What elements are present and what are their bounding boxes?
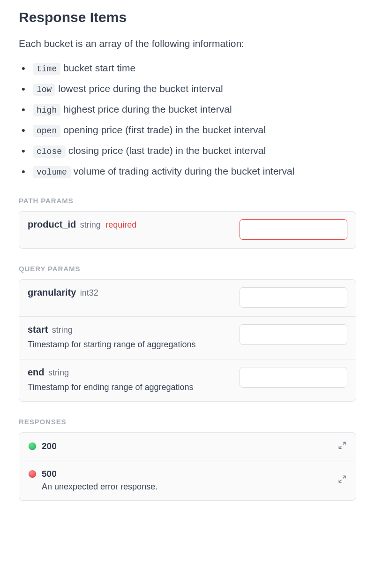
- page-title: Response Items: [19, 9, 356, 25]
- param-required-label: required: [105, 220, 136, 229]
- bullet-text: highest price during the bucket interval: [60, 104, 232, 115]
- list-item: volume volume of trading activity during…: [33, 164, 356, 179]
- intro-text: Each bucket is an array of the following…: [19, 37, 356, 50]
- expand-icon: [338, 441, 346, 451]
- query-params-label: QUERY PARAMS: [19, 265, 356, 273]
- granularity-input[interactable]: [240, 287, 347, 308]
- product-id-input[interactable]: [240, 219, 347, 240]
- list-item: time bucket start time: [33, 61, 356, 76]
- list-item: low lowest price during the bucket inter…: [33, 81, 356, 96]
- path-params-box: product_id string required: [19, 211, 356, 249]
- list-item: close closing price (last trade) in the …: [33, 143, 356, 158]
- param-info: start string Timestamp for starting rang…: [28, 324, 233, 350]
- code-token: low: [33, 84, 55, 96]
- param-info: product_id string required: [28, 219, 233, 230]
- bullet-list: time bucket start time low lowest price …: [19, 61, 356, 179]
- param-row-start: start string Timestamp for starting rang…: [19, 317, 356, 359]
- list-item: open opening price (first trade) in the …: [33, 122, 356, 137]
- list-item: high highest price during the bucket int…: [33, 102, 356, 117]
- code-token: time: [33, 63, 60, 75]
- start-input[interactable]: [240, 324, 347, 345]
- param-type: string: [80, 220, 101, 229]
- param-description: Timestamp for starting range of aggregat…: [28, 339, 233, 350]
- code-token: open: [33, 125, 60, 137]
- param-description: Timestamp for ending range of aggregatio…: [28, 382, 233, 393]
- param-row-product-id: product_id string required: [19, 212, 356, 248]
- response-code: 200: [42, 441, 332, 451]
- code-token: high: [33, 104, 60, 116]
- response-row-500[interactable]: 500 An unexpected error response.: [19, 460, 356, 500]
- responses-label: RESPONSES: [19, 418, 356, 426]
- param-name: start: [28, 324, 48, 335]
- bullet-text: bucket start time: [60, 62, 135, 73]
- param-name: end: [28, 367, 45, 377]
- bullet-text: volume of trading activity during the bu…: [71, 166, 294, 176]
- bullet-text: opening price (first trade) in the bucke…: [60, 124, 266, 135]
- end-input[interactable]: [240, 367, 347, 388]
- response-content: 500 An unexpected error response.: [42, 469, 332, 492]
- param-info: end string Timestamp for ending range of…: [28, 367, 233, 393]
- response-content: 200: [42, 441, 332, 451]
- code-token: volume: [33, 166, 71, 178]
- query-params-box: granularity int32 start string Timestamp…: [19, 279, 356, 402]
- code-token: close: [33, 145, 66, 158]
- param-row-end: end string Timestamp for ending range of…: [19, 359, 356, 401]
- expand-icon: [338, 475, 346, 485]
- param-type: string: [52, 325, 73, 335]
- response-code: 500: [42, 469, 332, 479]
- responses-box: 200 500 An unexpected error response.: [19, 432, 356, 501]
- param-type: string: [48, 368, 69, 377]
- param-info: granularity int32: [28, 287, 233, 298]
- bullet-text: lowest price during the bucket interval: [55, 83, 223, 94]
- response-row-200[interactable]: 200: [19, 433, 356, 460]
- status-dot-success-icon: [29, 443, 36, 450]
- path-params-label: PATH PARAMS: [19, 197, 356, 205]
- bullet-text: closing price (last trade) in the bucket…: [66, 145, 266, 156]
- response-description: An unexpected error response.: [42, 482, 332, 492]
- param-name: granularity: [28, 287, 76, 298]
- param-type: int32: [80, 288, 98, 298]
- param-row-granularity: granularity int32: [19, 280, 356, 317]
- status-dot-error-icon: [29, 470, 36, 478]
- param-name: product_id: [28, 219, 76, 229]
